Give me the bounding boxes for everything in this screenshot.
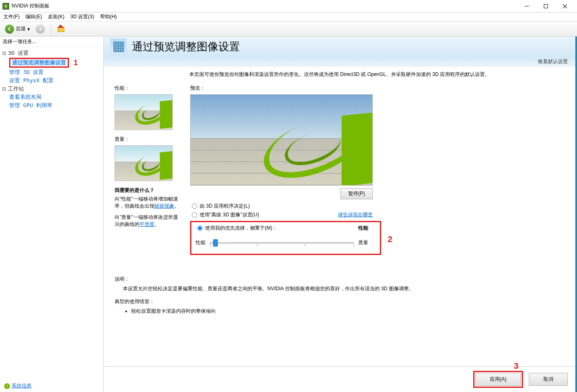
annotation-3: 3 (514, 361, 518, 371)
help-para-2: 向"质量"一端移动将改进所显示的曲线的平滑度。 (115, 214, 181, 228)
nvidia-logo-icon (127, 97, 173, 130)
pause-row: 暂停(P) (190, 188, 373, 199)
description-block: 说明： 本设置允许您轻松决定是要偏重性能、质量还是两者之间的平衡。NVIDIA … (115, 276, 565, 315)
annotation-2: 2 (388, 235, 392, 244)
preview-viewport (190, 94, 373, 186)
system-info-link[interactable]: i系统信息 (0, 380, 103, 392)
restore-row: 恢复默认设置 (104, 56, 575, 67)
task-tree: ⊟ 3D 设置 通过预览调整图像设置 1 管理 3D 设置 设置 PhysX 配… (0, 47, 103, 380)
radio-my-preference-input[interactable] (197, 225, 203, 231)
slider-ticks (210, 244, 354, 247)
slider-header: 使用我的优先选择，侧重于(M)： 性能 (196, 225, 368, 232)
quality-thumbnail (115, 145, 173, 181)
minimize-button[interactable] (517, 0, 536, 12)
radio-app-decides[interactable]: 由 3D 应用程序决定(L) (190, 202, 373, 211)
help-title: 我需要的是什么？ (115, 187, 181, 194)
footer-buttons: 3 应用(A) 取消 (104, 366, 575, 392)
menu-file[interactable]: 文件(F) (3, 13, 20, 20)
usage-heading: 典型的使用情形： (115, 298, 565, 305)
preview-label: 预览： (190, 85, 565, 92)
perf-thumbnail (115, 94, 173, 130)
help-box: 我需要的是什么？ 向"性能"一端移动将增加帧速率，但曲线会出现锯齿现象。 向"质… (115, 187, 181, 228)
desc-text: 本设置允许您轻松决定是要偏重性能、质量还是两者之间的平衡。NVIDIA 控制面板… (123, 285, 565, 292)
titlebar: NVIDIA 控制面板 (0, 0, 577, 12)
quality-slider[interactable]: 性能 质量 (196, 239, 368, 246)
usage-item: 轻松设置图形卡渲染内容时的整体倾向 (131, 308, 565, 315)
back-dropdown-icon: ▾ (27, 26, 30, 32)
window-title: NVIDIA 控制面板 (12, 2, 517, 10)
page-title: 通过预览调整图像设置 (132, 39, 240, 54)
slider-right-label: 质量 (358, 239, 368, 246)
usage-list: 轻松设置图形卡渲染内容时的整体倾向 (131, 308, 565, 315)
menubar: 文件(F) 编辑(E) 桌面(K) 3D 设置(3) 帮助(H) (0, 12, 577, 22)
slider-track[interactable] (210, 242, 354, 244)
svg-rect-1 (544, 4, 548, 8)
close-button[interactable] (555, 0, 575, 12)
menu-help[interactable]: 帮助(H) (100, 13, 117, 20)
back-label: 后退 (16, 25, 26, 32)
annotation-box-3: 3 应用(A) (473, 371, 523, 388)
slider-left-label: 性能 (196, 239, 205, 246)
forward-icon (36, 24, 45, 34)
home-button[interactable] (55, 24, 66, 34)
home-icon (57, 25, 64, 33)
radio-my-preference[interactable]: 使用我的优先选择，侧重于(M)： (196, 225, 277, 232)
right-column: 预览： 暂停(P) 由 3D 应用程序决定(L) (190, 85, 565, 255)
tree-item-system-layout[interactable]: 查看系统布局 (9, 93, 102, 101)
back-icon (5, 24, 14, 34)
intro-text: 本页面可使你预览你对图像和渲染设置所作的变化。这些将成为使用 Direct3D … (115, 71, 565, 85)
radio-advanced-3d-input[interactable] (192, 212, 197, 218)
radio-advanced-3d[interactable]: 使用"高级 3D 图像"设置(U) 请告诉我在哪里 (190, 211, 373, 219)
page-header-icon (110, 39, 126, 54)
tell-me-where-link[interactable]: 请告诉我在哪里 (338, 211, 373, 218)
menu-edit[interactable]: 编辑(E) (25, 13, 42, 20)
apply-button[interactable]: 应用(A) (475, 373, 521, 386)
toolbar-separator (51, 24, 51, 34)
tree-item-gpu-util[interactable]: 管理 GPU 利用率 (9, 101, 102, 110)
nvidia-app-icon (2, 3, 9, 10)
tree-group-workstation[interactable]: ⊟ 工作站 (2, 85, 102, 93)
left-column: 性能： 质量： 我需要的是什么？ (115, 85, 181, 255)
quality-label: 质量： (115, 136, 181, 143)
window-controls (517, 0, 575, 12)
tree-group-3d[interactable]: ⊟ 3D 设置 (2, 49, 102, 57)
main-layout: 选择一项任务... ⊟ 3D 设置 通过预览调整图像设置 1 管理 3D 设置 … (0, 37, 577, 392)
toolbar: 后退 ▾ (0, 22, 577, 37)
task-prompt: 选择一项任务... (0, 37, 103, 47)
current-preference-label: 性能 (358, 225, 368, 232)
annotation-box-2: 使用我的优先选择，侧重于(M)： 性能 性能 (190, 221, 381, 255)
collapse-icon[interactable]: ⊟ (2, 50, 7, 56)
restore-defaults-link[interactable]: 恢复默认设置 (538, 59, 568, 64)
perf-label: 性能： (115, 85, 181, 92)
jaggies-link[interactable]: 锯齿现象 (154, 203, 174, 209)
tree-item-physx[interactable]: 设置 PhysX 配置 (9, 76, 102, 85)
collapse-icon[interactable]: ⊟ (2, 86, 7, 92)
radio-group: 由 3D 应用程序决定(L) 使用"高级 3D 图像"设置(U) 请告诉我在哪里 (190, 202, 373, 219)
page-body: 本页面可使你预览你对图像和渲染设置所作的变化。这些将成为使用 Direct3D … (104, 67, 575, 366)
pause-button[interactable]: 暂停(P) (340, 188, 373, 199)
forward-button[interactable] (34, 24, 46, 34)
back-button[interactable]: 后退 ▾ (3, 24, 32, 34)
panel-row: 性能： 质量： 我需要的是什么？ (115, 85, 565, 255)
sidebar: 选择一项任务... ⊟ 3D 设置 通过预览调整图像设置 1 管理 3D 设置 … (0, 37, 104, 392)
radio-app-decides-input[interactable] (192, 203, 197, 209)
maximize-button[interactable] (536, 0, 555, 12)
menu-desktop[interactable]: 桌面(K) (48, 13, 64, 20)
content-area: 通过预览调整图像设置 恢复默认设置 本页面可使你预览你对图像和渲染设置所作的变化… (104, 37, 577, 392)
desc-heading: 说明： (115, 276, 565, 283)
page-header: 通过预览调整图像设置 (104, 37, 575, 56)
info-icon: i (4, 383, 10, 389)
menu-3d-settings[interactable]: 3D 设置(3) (70, 13, 94, 20)
tree-item-manage-3d[interactable]: 管理 3D 设置 (9, 68, 102, 76)
cancel-button[interactable]: 取消 (529, 373, 568, 386)
tree-item-preview-adjust[interactable]: 通过预览调整图像设置 1 (9, 57, 102, 68)
annotation-1: 1 (73, 59, 78, 67)
help-para-1: 向"性能"一端移动将增加帧速率，但曲线会出现锯齿现象。 (115, 196, 181, 210)
nvidia-logo-icon (127, 148, 173, 181)
nvidia-logo-3d (236, 105, 373, 186)
smoothness-link[interactable]: 平滑度 (139, 221, 154, 227)
